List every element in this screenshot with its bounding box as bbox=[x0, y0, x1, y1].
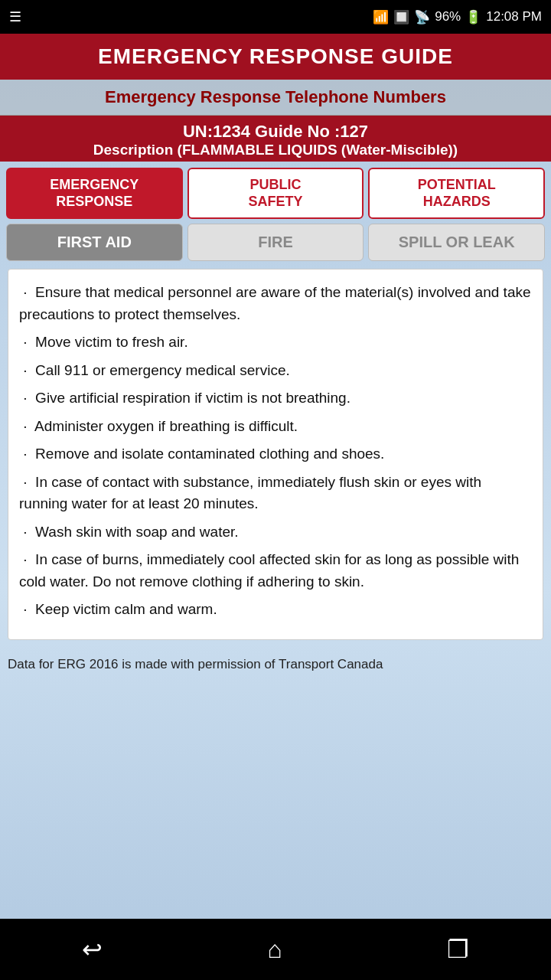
content-item: · Ensure that medical personnel are awar… bbox=[19, 282, 532, 325]
bottom-nav: ↩ ⌂ ❐ bbox=[0, 919, 551, 980]
tab-public-safety[interactable]: PUBLIC SAFETY bbox=[187, 168, 364, 219]
un-line1: UN:1234 Guide No :127 bbox=[8, 122, 543, 142]
content-area: · Ensure that medical personnel are awar… bbox=[8, 269, 543, 640]
recents-button[interactable]: ❐ bbox=[447, 935, 469, 964]
footer-note: Data for ERG 2016 is made with permissio… bbox=[0, 648, 551, 678]
content-item: · Move victim to fresh air. bbox=[19, 332, 532, 354]
sim-icon: 🔲 bbox=[393, 9, 409, 25]
tabs-row-1: EMERGENCY RESPONSE PUBLIC SAFETY POTENTI… bbox=[0, 162, 551, 219]
battery-level: 96% bbox=[435, 9, 461, 24]
tab-first-aid[interactable]: FIRST AID bbox=[6, 224, 183, 261]
content-item: · Remove and isolate contaminated clothi… bbox=[19, 443, 532, 466]
content-item: · Keep victim calm and warm. bbox=[19, 599, 532, 621]
tel-bar[interactable]: Emergency Response Telephone Numbers bbox=[0, 80, 551, 116]
wifi-icon: 📶 bbox=[373, 9, 389, 25]
app-header: EMERGENCY RESPONSE GUIDE bbox=[0, 34, 551, 80]
app-title: EMERGENCY RESPONSE GUIDE bbox=[98, 44, 453, 68]
content-item: · In case of contact with substance, imm… bbox=[19, 472, 532, 515]
battery-icon: 🔋 bbox=[465, 9, 481, 25]
status-bar: ☰ 📶 🔲 📡 96% 🔋 12:08 PM bbox=[0, 0, 551, 34]
home-button[interactable]: ⌂ bbox=[267, 936, 282, 964]
content-item: · Call 911 or emergency medical service. bbox=[19, 360, 532, 382]
status-right: 📶 🔲 📡 96% 🔋 12:08 PM bbox=[373, 9, 542, 25]
status-left: ☰ bbox=[9, 8, 21, 25]
content-item: · In case of burns, immediately cool aff… bbox=[19, 549, 532, 593]
tab-emergency-response[interactable]: EMERGENCY RESPONSE bbox=[6, 168, 183, 219]
tab-potential-hazards[interactable]: POTENTIAL HAZARDS bbox=[368, 168, 545, 219]
phone-icon: ☰ bbox=[9, 8, 21, 25]
un-info-bar: UN:1234 Guide No :127 Description (FLAMM… bbox=[0, 116, 551, 162]
tabs-row-2: FIRST AID FIRE SPILL OR LEAK bbox=[0, 219, 551, 266]
footer-note-text: Data for ERG 2016 is made with permissio… bbox=[8, 657, 383, 671]
un-description: Description (FLAMMABLE LIQUIDS (Water-Mi… bbox=[8, 142, 543, 158]
time: 12:08 PM bbox=[486, 9, 542, 24]
tel-bar-label: Emergency Response Telephone Numbers bbox=[105, 87, 446, 106]
content-item: · Wash skin with soap and water. bbox=[19, 521, 532, 544]
content-item: · Administer oxygen if breathing is diff… bbox=[19, 416, 532, 438]
tab-spill-or-leak[interactable]: SPILL OR LEAK bbox=[368, 224, 545, 261]
content-item: · Give artificial respiration if victim … bbox=[19, 387, 532, 410]
signal-icon: 📡 bbox=[414, 9, 430, 25]
tab-fire[interactable]: FIRE bbox=[187, 224, 364, 261]
back-button[interactable]: ↩ bbox=[82, 935, 103, 964]
